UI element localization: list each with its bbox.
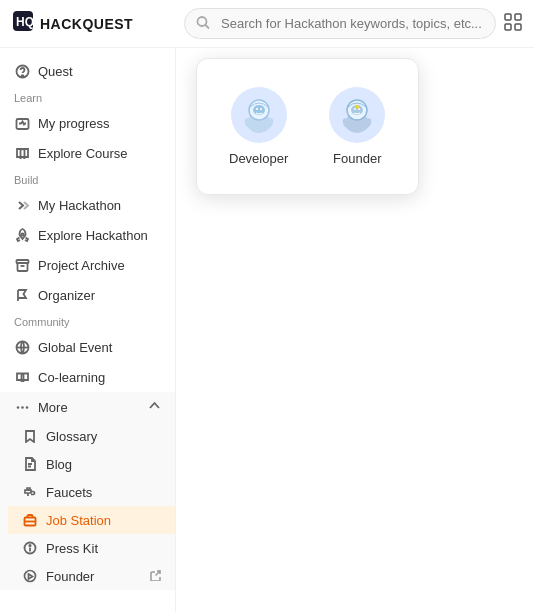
sidebar-item-explore-course-label: Explore Course bbox=[38, 146, 128, 161]
bookmark-icon bbox=[22, 428, 38, 444]
popup-item-developer[interactable]: Developer bbox=[213, 75, 304, 178]
sidebar-item-organizer-label: Organizer bbox=[38, 288, 95, 303]
section-label-community: Community bbox=[0, 310, 175, 332]
logo-text: HACKQUEST bbox=[40, 16, 133, 32]
svg-point-11 bbox=[21, 233, 23, 235]
sidebar-item-co-learning-label: Co-learning bbox=[38, 370, 105, 385]
search-icon bbox=[196, 15, 210, 32]
more-header-left: More bbox=[14, 399, 68, 415]
section-label-learn: Learn bbox=[0, 86, 175, 108]
sidebar-item-blog[interactable]: Blog bbox=[8, 450, 175, 478]
sidebar-item-organizer[interactable]: Organizer bbox=[0, 280, 175, 310]
more-header[interactable]: More bbox=[0, 392, 175, 422]
sidebar-item-project-archive-label: Project Archive bbox=[38, 258, 125, 273]
sidebar-item-quest-label: Quest bbox=[38, 64, 73, 79]
sidebar-item-global-event[interactable]: Global Event bbox=[0, 332, 175, 362]
sidebar-item-job-station-label: Job Station bbox=[46, 513, 111, 528]
logo-icon: HQ bbox=[12, 10, 34, 37]
briefcase-icon bbox=[22, 512, 38, 528]
logo-area: HQ HACKQUEST bbox=[12, 10, 176, 37]
external-link-icon bbox=[150, 569, 161, 584]
sidebar-item-co-learning[interactable]: Co-learning bbox=[0, 362, 175, 392]
sidebar-item-founder-label: Founder bbox=[46, 569, 94, 584]
svg-point-9 bbox=[21, 75, 23, 77]
sidebar-item-faucets-label: Faucets bbox=[46, 485, 92, 500]
svg-point-15 bbox=[21, 406, 24, 409]
file-icon bbox=[22, 456, 38, 472]
sidebar-item-my-hackathon[interactable]: My Hackathon bbox=[0, 190, 175, 220]
svg-rect-6 bbox=[505, 24, 511, 30]
topbar: HQ HACKQUEST bbox=[0, 0, 534, 48]
globe-icon bbox=[14, 339, 30, 355]
book-icon bbox=[14, 145, 30, 161]
hackquest-logo-icon: HQ bbox=[12, 10, 34, 32]
sidebar-item-blog-label: Blog bbox=[46, 457, 72, 472]
sidebar-item-faucets[interactable]: Faucets bbox=[8, 478, 175, 506]
founder-label: Founder bbox=[333, 151, 381, 166]
content-area: Developer bbox=[176, 48, 534, 612]
sidebar-item-press-kit-label: Press Kit bbox=[46, 541, 98, 556]
progress-icon bbox=[14, 115, 30, 131]
more-dots-icon bbox=[14, 399, 30, 415]
sidebar-item-glossary-label: Glossary bbox=[46, 429, 97, 444]
sidebar-item-global-event-label: Global Event bbox=[38, 340, 112, 355]
sidebar-item-my-progress-label: My progress bbox=[38, 116, 110, 131]
chevron-up-icon bbox=[148, 399, 161, 415]
svg-point-24 bbox=[256, 108, 258, 110]
quest-icon bbox=[14, 63, 30, 79]
faucet-icon bbox=[22, 484, 38, 500]
chevron-right-icon bbox=[14, 197, 30, 213]
svg-point-25 bbox=[260, 108, 262, 110]
rocket-icon bbox=[14, 227, 30, 243]
grid-icon[interactable] bbox=[504, 13, 522, 35]
sidebar-item-press-kit[interactable]: Press Kit bbox=[8, 534, 175, 562]
sidebar-item-explore-hackathon-label: Explore Hackathon bbox=[38, 228, 148, 243]
more-section: More Glossary bbox=[0, 392, 175, 590]
sidebar-item-glossary[interactable]: Glossary bbox=[8, 422, 175, 450]
svg-point-20 bbox=[25, 571, 36, 582]
sidebar-item-job-station[interactable]: Job Station bbox=[8, 506, 175, 534]
popup-item-founder[interactable]: Founder bbox=[312, 75, 402, 178]
svg-point-2 bbox=[198, 17, 207, 26]
info-circle-icon bbox=[22, 540, 38, 556]
svg-rect-4 bbox=[505, 14, 511, 20]
svg-rect-7 bbox=[515, 24, 521, 30]
book-open-icon bbox=[14, 369, 30, 385]
svg-point-19 bbox=[29, 545, 30, 546]
svg-line-3 bbox=[206, 25, 210, 29]
sidebar-item-my-hackathon-label: My Hackathon bbox=[38, 198, 121, 213]
svg-point-16 bbox=[25, 406, 28, 409]
main-layout: Quest Learn My progress Explore Course bbox=[0, 48, 534, 612]
developer-label: Developer bbox=[229, 151, 288, 166]
popup-card: Developer bbox=[196, 58, 419, 195]
developer-avatar bbox=[231, 87, 287, 143]
archive-icon bbox=[14, 257, 30, 273]
founder-avatar bbox=[329, 87, 385, 143]
sidebar-item-my-progress[interactable]: My progress bbox=[0, 108, 175, 138]
flag-icon bbox=[14, 287, 30, 303]
popup-overlay: Developer bbox=[196, 58, 419, 195]
sidebar-item-project-archive[interactable]: Project Archive bbox=[0, 250, 175, 280]
sidebar-item-explore-course[interactable]: Explore Course bbox=[0, 138, 175, 168]
play-circle-icon bbox=[22, 568, 38, 584]
svg-text:HQ: HQ bbox=[16, 15, 34, 29]
svg-point-14 bbox=[16, 406, 19, 409]
more-label: More bbox=[38, 400, 68, 415]
svg-rect-12 bbox=[16, 260, 28, 263]
founder-character bbox=[333, 91, 381, 139]
more-items: Glossary Blog bbox=[0, 422, 175, 590]
sidebar-item-quest[interactable]: Quest bbox=[0, 56, 175, 86]
sidebar-item-explore-hackathon[interactable]: Explore Hackathon bbox=[0, 220, 175, 250]
search-input[interactable] bbox=[184, 8, 496, 39]
sidebar: Quest Learn My progress Explore Course bbox=[0, 48, 176, 612]
developer-character bbox=[235, 91, 283, 139]
svg-rect-5 bbox=[515, 14, 521, 20]
sidebar-item-founder[interactable]: Founder bbox=[8, 562, 175, 590]
section-label-build: Build bbox=[0, 168, 175, 190]
search-container bbox=[184, 8, 496, 39]
